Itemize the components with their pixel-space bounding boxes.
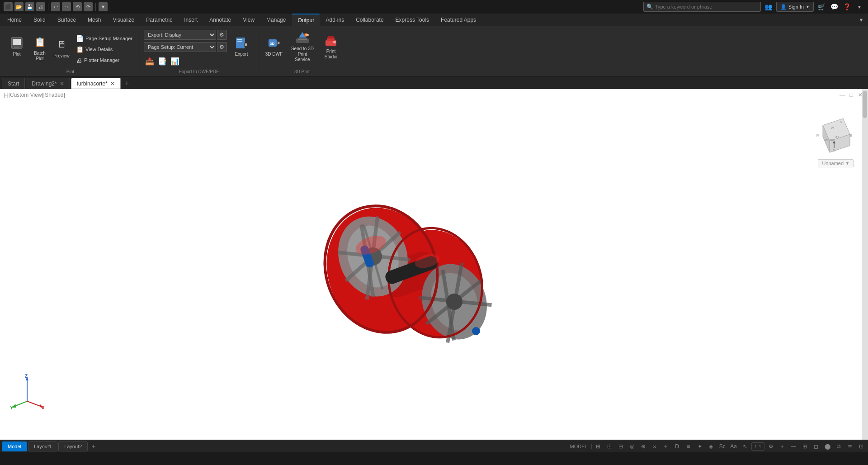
export-display-options-btn[interactable]: ⚙ <box>217 30 227 40</box>
grid-icon[interactable]: ⊞ <box>593 441 603 451</box>
communication-icon[interactable]: 💬 <box>829 2 839 12</box>
print-studio-button[interactable]: Print Studio <box>320 30 342 62</box>
snap-icon[interactable]: ⊡ <box>604 441 614 451</box>
tool4-icon[interactable]: ⧉ <box>834 441 844 451</box>
tab-mesh[interactable]: Mesh <box>82 14 106 26</box>
svg-point-39 <box>472 327 480 335</box>
doc-tab-drawing2[interactable]: Drawing2* ✕ <box>26 78 70 89</box>
export-dwf-icon-btn[interactable]: 📤 <box>144 55 156 67</box>
tool2-icon[interactable]: ◻ <box>811 441 821 451</box>
tab-annotate[interactable]: Annotate <box>204 14 236 26</box>
aa-icon[interactable]: Aa <box>729 441 739 451</box>
ribbon-collapse-icon[interactable]: ▼ <box>856 15 866 25</box>
doc-tab-turbinacorte[interactable]: turbinacorte* ✕ <box>71 78 121 89</box>
zoom-in-icon[interactable]: + <box>777 441 787 451</box>
tab-express-tools[interactable]: Express Tools <box>390 14 434 26</box>
print-studio-label: Print Studio <box>321 49 341 60</box>
workspace-icon[interactable]: ▼ <box>99 2 108 11</box>
plot-button[interactable]: Plot <box>5 30 28 62</box>
tab-layout1[interactable]: Layout1 <box>28 441 57 451</box>
3ddwf-icon: 3D <box>267 36 281 50</box>
redo2-icon[interactable]: ⟳ <box>84 2 93 11</box>
tab-manage[interactable]: Manage <box>261 14 291 26</box>
view-details-button[interactable]: 📋 View Details <box>73 44 135 54</box>
batch-plot-button[interactable]: 📋 BatchPlot <box>30 32 50 64</box>
tab-home[interactable]: Home <box>2 14 27 26</box>
nav-cube[interactable]: W S Bottom Top N E W <box>814 112 854 161</box>
viewport-scrollbar[interactable] <box>862 89 868 451</box>
tool1-icon[interactable]: ⊞ <box>800 441 810 451</box>
print-icon[interactable]: 🖨 <box>36 2 45 11</box>
help-search-icon[interactable]: 👥 <box>764 2 774 12</box>
doc-tab-drawing2-close[interactable]: ✕ <box>60 81 64 86</box>
unnamed-dropdown-icon[interactable]: ▼ <box>845 161 849 166</box>
preview-button[interactable]: 🖥 Preview <box>52 32 71 64</box>
doc-tab-add-button[interactable]: + <box>122 78 132 89</box>
tool3-icon[interactable]: ⬤ <box>822 441 832 451</box>
tab-collaborate[interactable]: Collaborate <box>350 14 389 26</box>
ortho-icon[interactable]: ⊟ <box>616 441 626 451</box>
tp-icon[interactable]: ✦ <box>695 441 705 451</box>
plot-label: Plot <box>13 52 20 57</box>
ribbon-group-export: Export: Display ⚙ Page Setup: Current ⚙ … <box>140 28 258 76</box>
cart-icon[interactable]: 🛒 <box>816 2 826 12</box>
viewport-close-btn[interactable]: ✕ <box>856 91 864 99</box>
file-save-icon[interactable]: 💾 <box>25 2 34 11</box>
settings-icon[interactable]: ⚙ <box>766 441 776 451</box>
send-3d-label: Send to 3DPrint Service <box>290 46 315 62</box>
file-open-icon[interactable]: 📂 <box>14 2 24 11</box>
tab-addins[interactable]: Add-ins <box>321 14 350 26</box>
osnap-icon[interactable]: ⊕ <box>638 441 648 451</box>
export-pdf-icon-btn[interactable]: 📑 <box>156 55 168 67</box>
tab-output[interactable]: Output <box>292 14 319 26</box>
ducs-icon[interactable]: ⌖ <box>661 441 671 451</box>
page-setup-manager-button[interactable]: 📄 Page Setup Manager <box>73 33 135 43</box>
app-menu-icon[interactable]: ⬛ <box>4 2 13 11</box>
sel-icon[interactable]: ↖ <box>740 441 750 451</box>
export-other-icon-btn[interactable]: 📊 <box>169 55 181 67</box>
svg-rect-12 <box>298 38 307 40</box>
tab-featured-apps[interactable]: Featured Apps <box>435 14 481 26</box>
help-icon[interactable]: ❓ <box>842 2 852 12</box>
otrack-icon[interactable]: ∞ <box>650 441 660 451</box>
doc-tab-turbinacorte-close[interactable]: ✕ <box>110 81 115 86</box>
polar-icon[interactable]: ◎ <box>627 441 637 451</box>
lw-icon[interactable]: ≡ <box>684 441 693 451</box>
search-input[interactable] <box>655 4 758 9</box>
page-setup-select[interactable]: Page Setup: Current <box>144 42 216 52</box>
plot-column: 📋 BatchPlot <box>30 30 50 64</box>
tool6-icon[interactable]: ⊡ <box>856 441 866 451</box>
zoom-out-icon[interactable]: — <box>788 441 798 451</box>
tab-visualize[interactable]: Visualize <box>107 14 140 26</box>
viewport-minimize-btn[interactable]: — <box>838 91 846 99</box>
undo2-icon[interactable]: ⟲ <box>73 2 82 11</box>
tab-parametric[interactable]: Parametric <box>141 14 178 26</box>
redo-icon[interactable]: ↪ <box>62 2 71 11</box>
export-button[interactable]: Export <box>229 30 254 62</box>
3ddwf-button[interactable]: 3D 3D DWF <box>263 30 285 62</box>
search-input-wrapper[interactable]: 🔍 <box>643 2 761 12</box>
tab-add-button[interactable]: + <box>89 441 99 451</box>
expand-icon[interactable]: ▼ <box>854 2 864 12</box>
viewport-maximize-btn[interactable]: □ <box>847 91 855 99</box>
qp-icon[interactable]: ◈ <box>706 441 716 451</box>
svg-text:E: E <box>850 133 852 138</box>
page-setup-options-btn[interactable]: ⚙ <box>217 42 227 52</box>
sc-icon[interactable]: Sc <box>717 441 727 451</box>
sign-in-button[interactable]: 👤 Sign In ▼ <box>776 2 814 12</box>
tab-insert[interactable]: Insert <box>179 14 203 26</box>
tool5-icon[interactable]: ≣ <box>845 441 855 451</box>
dyn-icon[interactable]: Ⅾ <box>672 441 682 451</box>
tab-layout2[interactable]: Layout2 <box>58 441 88 451</box>
export-icon <box>234 36 249 50</box>
tab-model[interactable]: Model <box>2 441 27 451</box>
tab-view[interactable]: View <box>237 14 260 26</box>
send-to-3d-print-button[interactable]: 3D Send to 3DPrint Service <box>289 30 316 62</box>
undo-icon[interactable]: ↩ <box>51 2 60 11</box>
turbo-model-svg <box>287 157 513 383</box>
tab-surface[interactable]: Surface <box>52 14 81 26</box>
export-display-select[interactable]: Export: Display <box>144 30 216 40</box>
plotter-manager-button[interactable]: 🖨 Plotter Manager <box>73 55 135 65</box>
tab-solid[interactable]: Solid <box>28 14 51 26</box>
doc-tab-start[interactable]: Start <box>2 78 25 89</box>
